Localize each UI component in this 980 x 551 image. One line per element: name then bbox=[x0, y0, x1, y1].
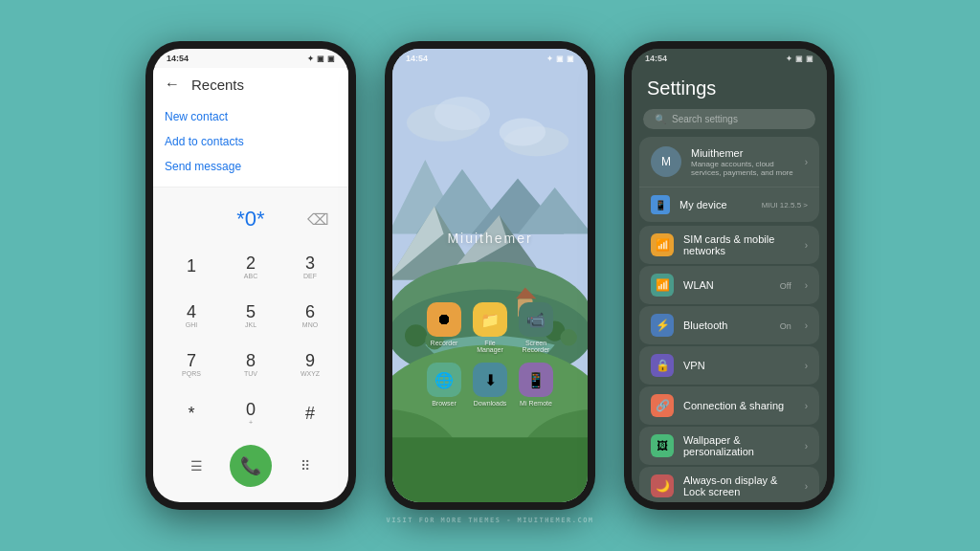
wallpaper-chevron: › bbox=[805, 441, 808, 452]
dial-key-2[interactable]: 2 ABC bbox=[222, 243, 279, 290]
battery-icon-1: ▣ bbox=[317, 55, 324, 63]
phone1-content: ← Recents New contact Add to contacts Se… bbox=[153, 49, 348, 502]
status-time-1: 14:54 bbox=[167, 54, 189, 63]
app-folder: ⏺ Recorder 📁 File Manager 📹 Screen Recor… bbox=[427, 302, 553, 407]
contact-actions: New contact Add to contacts Send message bbox=[153, 100, 348, 187]
status-bar-3: 14:54 ✦ ▣ ▣ bbox=[632, 49, 827, 68]
status-icons-2: ✦ ▣ ▣ bbox=[546, 55, 574, 63]
sim-icon: 📶 bbox=[651, 233, 674, 256]
status-icons-3: ✦ ▣ ▣ bbox=[786, 55, 813, 63]
account-row[interactable]: M Miuithemer Manage accounts, cloud serv… bbox=[639, 137, 819, 187]
dialer: *0* ⌫ 1 2 ABC 3 DEF bbox=[153, 187, 348, 502]
recents-header: ← Recents bbox=[153, 68, 348, 100]
send-message-action[interactable]: Send message bbox=[165, 154, 337, 179]
settings-aod-row[interactable]: 🌙 Always-on display & Lock screen › bbox=[639, 467, 819, 502]
bluetooth-icon-2: ✦ bbox=[546, 55, 553, 63]
signal-icon-2: ▣ bbox=[567, 55, 574, 63]
dial-key-9[interactable]: 9 WXYZ bbox=[281, 342, 339, 388]
dial-key-0[interactable]: 0 + bbox=[222, 390, 279, 437]
account-info: Miuithemer Manage accounts, cloud servic… bbox=[691, 147, 795, 177]
search-icon: 🔍 bbox=[655, 114, 666, 124]
wlan-icon: 📶 bbox=[651, 274, 674, 297]
dial-key-6[interactable]: 6 MNO bbox=[281, 292, 339, 339]
phone1-screen: 14:54 ✦ ▣ ▣ ← Recents New contact Add to… bbox=[153, 49, 348, 502]
dialer-bottom: ☰ 📞 ⠿ bbox=[153, 437, 348, 495]
dial-key-4[interactable]: 4 GHI bbox=[163, 292, 220, 339]
connection-text: Connection & sharing bbox=[683, 400, 795, 411]
signal-icon-3: ▣ bbox=[806, 55, 813, 63]
back-button[interactable]: ← bbox=[165, 76, 180, 93]
menu-icon[interactable]: ☰ bbox=[181, 451, 212, 481]
app-row-1: ⏺ Recorder 📁 File Manager 📹 Screen Recor… bbox=[427, 302, 553, 353]
dial-key-8[interactable]: 8 TUV bbox=[222, 342, 279, 388]
app-file-manager[interactable]: 📁 File Manager bbox=[473, 302, 507, 353]
account-avatar: M bbox=[651, 146, 681, 177]
aod-chevron: › bbox=[805, 481, 808, 492]
device-version: MIUI 12.5.5 > bbox=[762, 201, 808, 209]
status-time-2: 14:54 bbox=[406, 54, 428, 63]
settings-search-bar[interactable]: 🔍 Search settings bbox=[643, 109, 815, 129]
sim-chevron: › bbox=[805, 240, 808, 251]
settings-wallpaper-row[interactable]: 🖼 Wallpaper & personalization › bbox=[639, 427, 819, 465]
app-browser[interactable]: 🌐 Browser bbox=[427, 363, 461, 407]
add-to-contacts-action[interactable]: Add to contacts bbox=[165, 129, 337, 154]
dialer-number: *0* bbox=[236, 207, 264, 231]
connection-chevron: › bbox=[805, 401, 808, 411]
settings-account-section: M Miuithemer Manage accounts, cloud serv… bbox=[639, 137, 819, 222]
home-app-title: Miuithemer bbox=[447, 231, 532, 246]
svg-rect-25 bbox=[392, 437, 588, 502]
signal-icon-1: ▣ bbox=[327, 55, 335, 63]
status-time-3: 14:54 bbox=[645, 54, 667, 63]
dial-key-star[interactable]: * bbox=[163, 390, 220, 437]
wallpaper-text: Wallpaper & personalization bbox=[683, 434, 795, 457]
dial-key-1[interactable]: 1 bbox=[163, 243, 220, 290]
settings-sim-row[interactable]: 📶 SIM cards & mobile networks › bbox=[639, 226, 819, 264]
status-icons-1: ✦ ▣ ▣ bbox=[307, 55, 335, 63]
settings-vpn-row[interactable]: 🔒 VPN › bbox=[639, 346, 819, 385]
search-placeholder: Search settings bbox=[672, 114, 738, 124]
file-manager-icon: 📁 bbox=[473, 302, 507, 337]
dial-key-7[interactable]: 7 PQRS bbox=[163, 342, 220, 388]
screen-recorder-icon: 📹 bbox=[519, 302, 553, 337]
dial-key-5[interactable]: 5 JKL bbox=[222, 292, 279, 339]
app-downloads[interactable]: ⬇ Downloads bbox=[473, 363, 507, 407]
app-recorder[interactable]: ⏺ Recorder bbox=[427, 302, 461, 353]
device-icon: 📱 bbox=[651, 195, 670, 214]
delete-button[interactable]: ⌫ bbox=[307, 210, 329, 229]
settings-list: 📶 SIM cards & mobile networks › 📶 WLAN O… bbox=[639, 226, 819, 502]
aod-text: Always-on display & Lock screen bbox=[683, 474, 795, 497]
phone-home: 14:54 ✦ ▣ ▣ bbox=[385, 41, 595, 510]
device-row[interactable]: 📱 My device MIUI 12.5.5 > bbox=[639, 187, 819, 222]
phone-settings: 14:54 ✦ ▣ ▣ Settings 🔍 Search settings M… bbox=[624, 41, 835, 510]
recorder-icon: ⏺ bbox=[427, 302, 461, 337]
account-description: Manage accounts, cloud services, payment… bbox=[691, 160, 795, 177]
recents-title: Recents bbox=[191, 77, 244, 93]
settings-connection-row[interactable]: 🔗 Connection & sharing › bbox=[639, 386, 819, 425]
bluetooth-settings-icon: ⚡ bbox=[651, 314, 674, 337]
app-screen-recorder[interactable]: 📹 Screen Recorder bbox=[519, 302, 553, 353]
browser-icon: 🌐 bbox=[427, 363, 461, 397]
call-button[interactable]: 📞 bbox=[230, 445, 272, 487]
settings-content: Settings 🔍 Search settings M Miuithemer … bbox=[632, 49, 827, 502]
app-mi-remote[interactable]: 📱 Mi Remote bbox=[519, 363, 553, 407]
device-name: My device bbox=[679, 199, 752, 210]
dialpad-icon[interactable]: ⠿ bbox=[290, 451, 321, 481]
settings-wlan-row[interactable]: 📶 WLAN Off › bbox=[639, 266, 819, 304]
settings-bluetooth-row[interactable]: ⚡ Bluetooth On › bbox=[639, 306, 819, 344]
status-bar-2: 14:54 ✦ ▣ ▣ bbox=[392, 49, 588, 68]
connection-icon: 🔗 bbox=[651, 394, 674, 417]
vpn-icon: 🔒 bbox=[651, 354, 674, 377]
status-bar-1: 14:54 ✦ ▣ ▣ bbox=[153, 49, 348, 68]
dialer-grid: 1 2 ABC 3 DEF 4 GHI bbox=[153, 243, 348, 437]
bluetooth-text: Bluetooth bbox=[683, 320, 770, 331]
bluetooth-chevron: › bbox=[805, 320, 808, 331]
dial-key-3[interactable]: 3 DEF bbox=[281, 243, 339, 290]
new-contact-action[interactable]: New contact bbox=[165, 104, 337, 129]
vpn-chevron: › bbox=[805, 361, 808, 371]
phone-dialer: 14:54 ✦ ▣ ▣ ← Recents New contact Add to… bbox=[145, 41, 356, 510]
vpn-text: VPN bbox=[683, 360, 795, 371]
battery-icon-3: ▣ bbox=[795, 55, 803, 63]
aod-icon: 🌙 bbox=[651, 474, 674, 497]
downloads-icon: ⬇ bbox=[473, 363, 507, 397]
dial-key-hash[interactable]: # bbox=[281, 390, 339, 437]
